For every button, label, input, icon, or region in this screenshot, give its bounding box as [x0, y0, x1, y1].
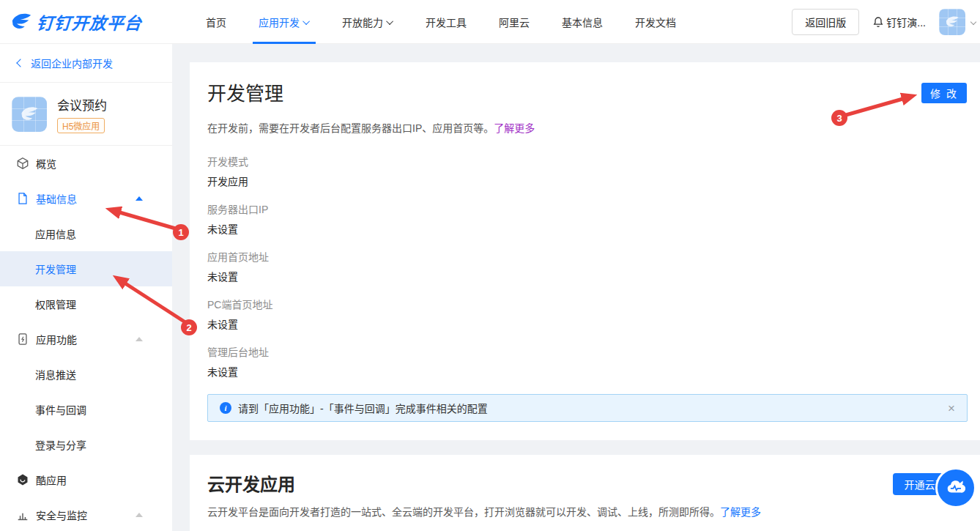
top-navbar: 钉钉开放平台 首页 应用开发 开放能力 开发工具 阿里云 基本信息 开发文档 返… — [0, 0, 980, 44]
nav-aliyun[interactable]: 阿里云 — [499, 0, 530, 44]
app-icon — [12, 97, 47, 132]
dingtalk-wing-icon — [20, 105, 39, 124]
learn-more-link[interactable]: 了解更多 — [494, 122, 535, 134]
collapse-caret-icon[interactable] — [136, 337, 143, 341]
active-tab-underline — [253, 42, 316, 44]
field-app-homepage: 应用首页地址 未设置 — [207, 251, 980, 283]
back-to-internal-dev-link[interactable]: 返回企业内部开发 — [0, 44, 172, 83]
cloud-dev-card: 云开发应用 云开发平台是面向开发者打造的一站式、全云端的开发平台，打开浏览器就可… — [190, 455, 980, 531]
learn-more-link[interactable]: 了解更多 — [720, 506, 761, 518]
app-type-badge: H5微应用 — [57, 118, 105, 133]
dingtalk-wing-icon — [10, 11, 32, 33]
header-right: 返回旧版 钉钉演... — [792, 0, 976, 44]
dev-management-card: 开发管理 在开发前，需要在开发者后台配置服务器出口IP、应用首页等。了解更多 开… — [190, 62, 980, 440]
field-pc-homepage: PC端首页地址 未设置 — [207, 299, 980, 331]
cloud-pulse-icon — [945, 477, 967, 499]
sidebar-item-permission-management[interactable]: 权限管理 — [0, 286, 172, 322]
chevron-down-icon — [302, 18, 310, 25]
collapse-caret-icon[interactable] — [136, 196, 143, 201]
sidebar-item-cool-app[interactable]: 酷应用 — [0, 462, 172, 497]
document-icon — [16, 192, 29, 205]
app-name: 会议预约 — [57, 95, 107, 114]
cloud-card-description: 云开发平台是面向开发者打造的一站式、全云端的开发平台，打开浏览器就可以开发、调试… — [207, 506, 980, 519]
org-name: 钉钉演... — [886, 15, 926, 29]
bar-chart-icon — [16, 508, 29, 521]
info-banner: i 请到「应用功能」-「事件与回调」完成事件相关的配置 × — [207, 394, 968, 422]
cube-icon — [16, 157, 29, 170]
sidebar-item-message-push[interactable]: 消息推送 — [0, 357, 172, 392]
page-description: 在开发前，需要在开发者后台配置服务器出口IP、应用首页等。了解更多 — [207, 122, 980, 135]
close-icon[interactable]: × — [948, 402, 955, 415]
sidebar-item-app-info[interactable]: 应用信息 — [0, 216, 172, 251]
nav-app-development[interactable]: 应用开发 — [259, 0, 310, 44]
back-to-old-version-button[interactable]: 返回旧版 — [792, 9, 859, 35]
nav-dev-docs[interactable]: 开发文档 — [635, 0, 676, 44]
bell-icon — [872, 16, 884, 28]
field-dev-mode: 开发模式 开发应用 — [207, 156, 980, 188]
field-list: 开发模式 开发应用 服务器出口IP 未设置 应用首页地址 未设置 PC端首页地址… — [207, 156, 980, 379]
logo[interactable]: 钉钉开放平台 — [10, 0, 142, 44]
sidebar: 返回企业内部开发 会议预约 H5微应用 概览 基础信息 应用信息 — [0, 44, 172, 531]
dingtalk-wing-icon — [945, 15, 959, 29]
avatar[interactable] — [939, 9, 965, 35]
field-admin-backend: 管理后台地址 未设置 — [207, 346, 980, 379]
sidebar-item-overview[interactable]: 概览 — [0, 146, 172, 181]
sidebar-item-events-callbacks[interactable]: 事件与回调 — [0, 392, 172, 427]
phone-bolt-icon — [16, 333, 29, 346]
app-card: 会议预约 H5微应用 — [0, 83, 172, 146]
info-icon: i — [220, 402, 231, 414]
logo-text: 钉钉开放平台 — [36, 10, 143, 34]
cool-app-icon — [16, 473, 29, 486]
nav-open-capabilities[interactable]: 开放能力 — [342, 0, 393, 44]
main-content: 开发管理 在开发前，需要在开发者后台配置服务器出口IP、应用首页等。了解更多 开… — [172, 44, 980, 531]
chevron-down-icon[interactable] — [970, 19, 976, 25]
sidebar-item-security-monitoring[interactable]: 安全与监控 — [0, 497, 172, 531]
cloud-card-title: 云开发应用 — [207, 474, 980, 496]
nav-basic-info[interactable]: 基本信息 — [562, 0, 603, 44]
sidebar-item-app-features[interactable]: 应用功能 — [0, 322, 172, 357]
chevron-left-icon — [16, 59, 24, 67]
chevron-down-icon — [386, 18, 393, 25]
page-title: 开发管理 — [207, 81, 980, 106]
cloud-service-badge[interactable] — [935, 467, 976, 508]
sidebar-item-basic-info[interactable]: 基础信息 — [0, 181, 172, 216]
main-nav: 首页 应用开发 开放能力 开发工具 阿里云 基本信息 开发文档 — [206, 0, 676, 44]
nav-home[interactable]: 首页 — [206, 0, 226, 44]
sidebar-item-login-share[interactable]: 登录与分享 — [0, 427, 172, 462]
nav-dev-tools[interactable]: 开发工具 — [426, 0, 467, 44]
notification-org[interactable]: 钉钉演... — [872, 15, 926, 29]
info-banner-text: 请到「应用功能」-「事件与回调」完成事件相关的配置 — [238, 401, 488, 415]
collapse-caret-icon[interactable] — [136, 513, 143, 517]
sidebar-item-dev-management[interactable]: 开发管理 — [0, 251, 172, 286]
field-server-ip: 服务器出口IP 未设置 — [207, 204, 980, 236]
modify-button[interactable]: 修 改 — [921, 83, 967, 103]
